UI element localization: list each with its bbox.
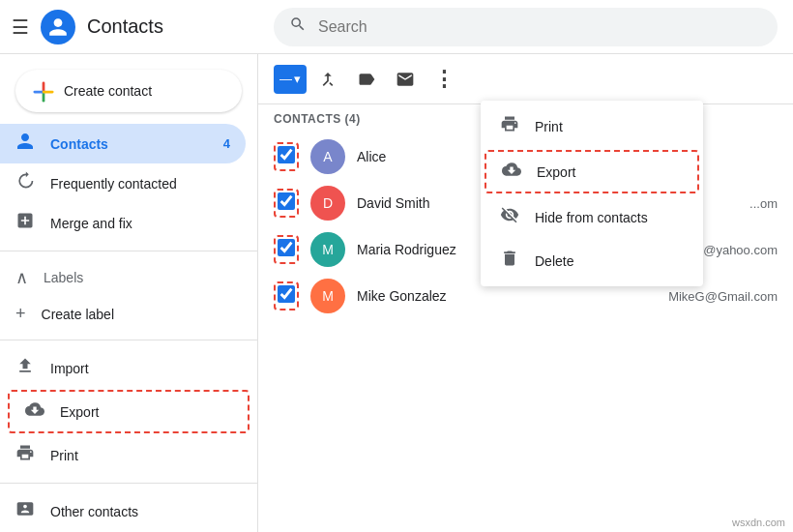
dropdown-item-delete[interactable]: Delete	[481, 239, 703, 282]
sidebar-divider-1	[0, 251, 257, 251]
delete-icon	[500, 249, 519, 273]
hide-dropdown-label: Hide from contacts	[535, 210, 648, 225]
avatar: D	[310, 186, 345, 221]
hamburger-menu-icon[interactable]: ☰	[12, 15, 29, 39]
print-dropdown-label: Print	[535, 119, 563, 134]
app-header: ☰ Contacts	[0, 0, 793, 54]
plus-icon: +	[15, 304, 26, 324]
more-options-button[interactable]: ⋮	[426, 62, 461, 97]
export-label: Export	[60, 404, 99, 420]
create-contact-label: Create contact	[64, 83, 152, 99]
checkbox-highlight-alice	[274, 142, 299, 171]
toolbar: — ▾ ⋮	[258, 54, 793, 104]
sidebar-item-create-label[interactable]: + Create label	[0, 296, 246, 332]
sidebar-item-contacts[interactable]: Contacts 4	[0, 124, 246, 163]
contacts-label: Contacts	[50, 136, 108, 152]
export-dropdown-label: Export	[537, 164, 575, 180]
checkbox-highlight-mike	[274, 281, 299, 310]
chevron-up-icon: ∧	[15, 267, 28, 288]
avatar: M	[310, 232, 345, 267]
import-icon	[15, 356, 35, 380]
print-label: Print	[50, 448, 78, 463]
sidebar-item-export[interactable]: Export	[10, 392, 248, 431]
header-left: ☰ Contacts	[0, 10, 258, 44]
labels-section-label: Labels	[44, 270, 83, 285]
avatar: A	[310, 139, 345, 174]
watermark: wsxdn.com	[732, 517, 785, 528]
delete-dropdown-label: Delete	[535, 253, 573, 269]
sidebar-item-other-contacts[interactable]: Other contacts	[0, 491, 246, 531]
history-icon	[15, 171, 35, 195]
content-area: — ▾ ⋮ CONTACTS (4) A	[258, 54, 793, 532]
contact-checkbox-david[interactable]	[278, 192, 295, 210]
sidebar-item-merge[interactable]: Merge and fix	[0, 203, 246, 243]
email-toolbar-button[interactable]	[388, 62, 423, 97]
other-contacts-label: Other contacts	[50, 504, 138, 519]
label-toolbar-button[interactable]	[349, 62, 384, 97]
contact-checkbox-maria[interactable]	[278, 239, 295, 256]
select-all-icon: —	[279, 72, 292, 86]
sidebar-item-frequently[interactable]: Frequently contacted	[0, 163, 246, 203]
person-icon	[15, 132, 35, 156]
export-sidebar-highlight: Export	[8, 390, 250, 433]
merge-toolbar-button[interactable]	[310, 62, 345, 97]
sidebar-divider-3	[0, 483, 257, 484]
select-all-button[interactable]: — ▾	[274, 65, 307, 94]
sidebar-item-import[interactable]: Import	[0, 348, 246, 388]
contact-email: ...om	[749, 196, 778, 211]
import-label: Import	[50, 361, 89, 376]
contact-checkbox-mike[interactable]	[278, 285, 295, 303]
merge-label: Merge and fix	[50, 216, 132, 231]
contact-checkbox-alice[interactable]	[278, 146, 295, 163]
dropdown-item-hide[interactable]: Hide from contacts	[481, 195, 703, 239]
select-chevron-icon: ▾	[294, 72, 301, 86]
app-avatar	[41, 10, 75, 44]
contact-name: Mike Gonzalez	[357, 288, 657, 304]
checkbox-highlight-maria	[274, 235, 299, 264]
checkbox-highlight-david	[274, 189, 299, 218]
merge-icon	[15, 211, 35, 235]
colorful-plus-icon	[33, 81, 52, 101]
frequently-label: Frequently contacted	[50, 176, 177, 192]
print-dropdown-icon	[500, 114, 519, 138]
more-icon: ⋮	[433, 67, 455, 92]
sidebar-item-print[interactable]: Print	[0, 435, 246, 475]
dropdown-menu: Print Export Hide from contacts Delete	[481, 101, 703, 286]
search-icon	[289, 15, 307, 38]
cloud-download-icon	[502, 160, 521, 184]
dropdown-item-print[interactable]: Print	[481, 104, 703, 148]
avatar: M	[310, 279, 345, 313]
dropdown-item-export[interactable]: Export	[485, 150, 699, 193]
search-input[interactable]	[318, 18, 762, 36]
other-contacts-icon	[15, 499, 35, 523]
app-title: Contacts	[87, 15, 163, 38]
contact-email: MikeG@Gmail.com	[668, 289, 778, 304]
print-icon	[15, 443, 35, 467]
sidebar: Create contact Contacts 4 Frequently con…	[0, 54, 258, 532]
search-bar[interactable]	[274, 8, 778, 46]
sidebar-labels-section[interactable]: ∧ Labels	[0, 259, 257, 296]
main-layout: Create contact Contacts 4 Frequently con…	[0, 54, 793, 532]
contacts-badge: 4	[223, 136, 230, 151]
hide-icon	[500, 205, 519, 229]
create-label-text: Create label	[42, 307, 115, 322]
create-contact-button[interactable]: Create contact	[15, 70, 242, 112]
sidebar-divider-2	[0, 340, 257, 340]
export-icon	[25, 399, 44, 424]
